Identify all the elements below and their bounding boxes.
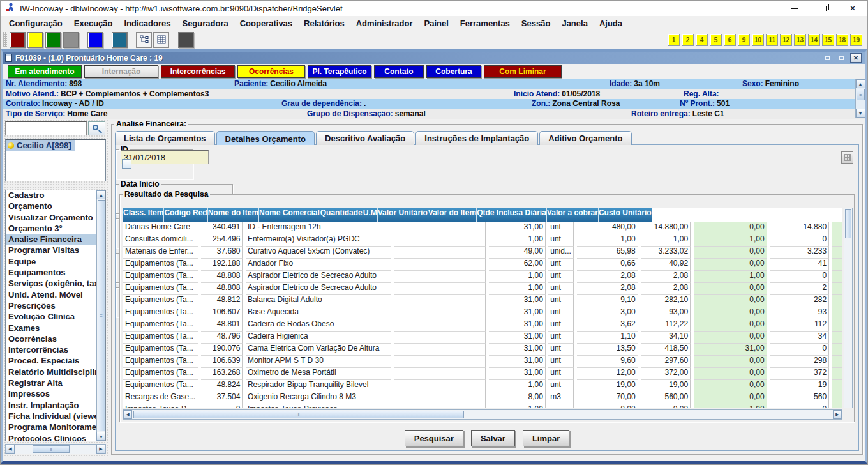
workspace-button[interactable]: 6 [724,34,736,46]
dark-swatch-button[interactable] [178,32,194,48]
table-row[interactable]: Materiais de Enfer... 37.680 Curativo Aq… [123,247,842,259]
status-filter-button[interactable]: Intercorrências [161,65,235,78]
patient-list-item[interactable]: Cecilio A[898] [6,140,75,151]
sidebar-menu-item[interactable]: Equipamentos [6,268,105,278]
menu-item[interactable]: Painel [419,17,454,29]
menu-item[interactable]: Sessão [516,17,557,29]
table-row[interactable]: Equipamentos (Ta... 192.188 Andador Fixo… [123,259,842,271]
workspace-button[interactable]: 5 [710,34,722,46]
column-header[interactable]: Código Red [164,208,207,222]
workspace-button[interactable]: 12 [780,34,792,46]
data-fim-field[interactable] [121,150,209,164]
tab[interactable]: Instruções de Implantação [415,131,538,145]
table-row[interactable]: Diárias Home Care 340.491 ID - Enfermage… [123,222,842,234]
sidebar-menu-scrollbar[interactable]: ▲ ≡ ▼ [96,190,105,441]
workspace-button[interactable]: 4 [696,34,708,46]
scroll-right-icon[interactable]: ▶ [833,410,842,419]
menu-item[interactable]: Cooperativas [234,17,298,29]
status-filter-button[interactable]: Cobertura [426,65,481,78]
scroll-down-icon[interactable]: ▼ [856,109,865,118]
sidebar-menu-item[interactable]: Impressos [6,389,105,400]
table-horizontal-scrollbar[interactable]: ◀ ‖ ▶ [123,409,842,420]
sidebar-menu-item[interactable]: Programa Monitoramen [6,422,105,433]
status-filter-button[interactable]: Ocorrências [237,65,305,78]
sidebar-menu-item[interactable]: Orçamento 3° [6,224,105,234]
sidebar-menu-item[interactable]: Relatório Multidisciplina [6,367,105,378]
column-header[interactable]: Valor do Item [428,208,477,222]
sidebar-menu-item[interactable]: Serviços (oxigênio, taxa [6,278,105,289]
scrollbar-thumb[interactable]: ‖ [133,411,464,418]
action-button[interactable]: Limpar [523,430,569,446]
column-header[interactable]: Quantidade [320,208,363,222]
table-vertical-scrollbar[interactable] [844,208,853,408]
search-button[interactable] [88,121,105,135]
sidebar-horizontal-scrollbar[interactable]: ◀ ‖ ▶ [5,444,106,454]
tab[interactable]: Descritivo Avaliação [316,131,414,145]
column-header[interactable]: Class. Item [123,208,164,222]
color-swatch-button[interactable] [27,32,43,48]
sidebar-menu-item[interactable]: Visualizar Orçamento [6,213,105,224]
table-row[interactable]: Equipamentos (Ta... 48.824 Respirador Bi… [123,380,842,392]
menu-item[interactable]: Seguradora [176,17,234,29]
status-filter-button[interactable]: Em atendimento [8,65,82,78]
table-row[interactable]: Equipamentos (Ta... 106.639 Monitor APM … [123,356,842,368]
scrollbar-thumb[interactable]: ≡ [98,200,105,431]
sidebar-menu-item[interactable]: Equipe [6,257,105,268]
sidebar-menu-item[interactable]: Programar Visitas [6,245,105,256]
sidebar-menu-item[interactable]: Protocolos Clínicos [6,434,105,441]
table-row[interactable]: Equipamentos (Ta... 106.607 Base Aquecid… [123,307,842,319]
status-filter-button[interactable]: Com Liminar [484,65,562,78]
table-row[interactable]: Equipamentos (Ta... 48.796 Cadeira Higie… [123,332,842,344]
workspace-button[interactable]: 2 [682,34,694,46]
search-input[interactable] [5,121,87,135]
menu-item[interactable]: Administrador [350,17,419,29]
column-header[interactable]: Qtde Inclusa Diária [477,208,547,222]
detalhar-checkbox[interactable] [122,159,131,169]
menu-item[interactable]: Ajuda [594,17,628,29]
table-row[interactable]: Consultas domicili... 254.496 Enfermeiro… [123,234,842,247]
sidebar-menu-item[interactable]: Unid. Atend. Móvel [6,290,105,301]
sidebar-menu-item[interactable]: Ocorrências [6,334,105,345]
table-view-icon[interactable] [153,32,169,48]
workspace-button[interactable]: 13 [794,34,806,46]
sidebar-menu-item[interactable]: Exames [6,323,105,334]
color-swatch-button[interactable] [45,32,61,48]
scroll-right-icon[interactable]: ▶ [96,445,105,454]
workspace-button[interactable]: 14 [808,34,820,46]
close-button[interactable]: ✕ [838,1,867,16]
column-header[interactable]: Valor Unitário [378,208,428,222]
menu-item[interactable]: Ferramentas [454,17,516,29]
scroll-left-icon[interactable]: ◀ [123,410,132,419]
calendar-button[interactable] [841,151,853,164]
color-swatch-button[interactable] [10,32,26,48]
workspace-button[interactable]: 15 [822,34,834,46]
column-header[interactable]: Nome Comercial [259,208,320,222]
status-filter-button[interactable]: Pl. Terapêutico [308,65,371,78]
sidebar-menu-item[interactable]: Prescrições [6,301,105,312]
sidebar-menu-item[interactable]: Evolução Clínica [6,312,105,323]
workspace-button[interactable]: 19 [850,34,862,46]
scrollbar-thumb[interactable]: ≡ [857,89,865,100]
color-swatch-button[interactable] [87,32,103,48]
workspace-button[interactable]: 11 [766,34,778,46]
table-row[interactable]: Impostos-Taxas-P... 0 Impostos-Taxas-Pro… [123,404,842,408]
action-button[interactable]: Pesquisar [405,430,463,446]
tab[interactable]: Aditivo Orçamento [539,131,631,145]
table-row[interactable]: Equipamentos (Ta... 48.812 Balanca Digit… [123,295,842,307]
toolbar-grip[interactable] [3,32,7,47]
scroll-up-icon[interactable]: ▲ [856,79,865,88]
sidebar-menu-item[interactable]: Ficha Individual (viewer [6,411,105,422]
inner-close-icon[interactable]: ✕ [850,53,862,63]
table-row[interactable]: Equipamentos (Ta... 48.801 Cadeira de Ro… [123,319,842,332]
menu-item[interactable]: Execução [68,17,119,29]
sidebar-menu-item[interactable]: Orçamento [6,201,105,212]
sidebar-menu-item[interactable]: Registrar Alta [6,378,105,389]
menu-item[interactable]: Indicadores [119,17,177,29]
scroll-up-icon[interactable]: ▲ [96,190,106,199]
color-swatch-button[interactable] [112,32,128,48]
tab[interactable]: Detalhes Orçamento [216,131,315,145]
minimize-button[interactable] [779,1,809,16]
table-row[interactable]: Equipamentos (Ta... 163.268 Oximetro de … [123,368,842,380]
scroll-left-icon[interactable]: ◀ [6,445,15,454]
scrollbar-thumb[interactable] [845,209,851,238]
